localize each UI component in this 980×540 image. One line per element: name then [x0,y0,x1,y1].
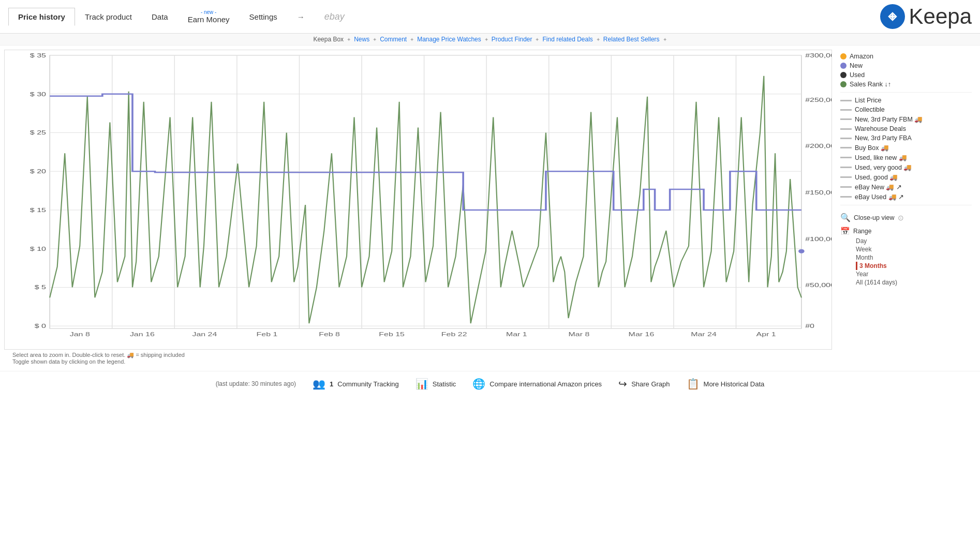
legend-line-collectible [840,109,852,111]
subnav-news[interactable]: News [354,36,369,43]
range-options: Day Week Month 3 Months Year All (1614 d… [856,237,972,287]
legend-line-ebay-new [840,186,852,188]
legend-line-used-very-good [840,167,852,168]
svg-text:$ 25: $ 25 [30,130,47,136]
svg-text:$ 10: $ 10 [30,246,47,252]
tab-settings[interactable]: Settings [240,8,287,26]
keepa-icon [880,4,905,29]
tab-arrow: → [287,8,315,26]
nav-tabs: Price history Track product Data - new -… [8,5,354,28]
main-content: $ 35 $ 30 $ 25 $ 20 $ 15 $ 10 $ 5 $ 0 #3… [0,46,980,371]
legend-used-very-good[interactable]: Used, very good 🚚 [840,162,972,172]
legend-new[interactable]: New [840,61,972,70]
legend-dot-used [840,72,847,78]
tab-track-product[interactable]: Track product [75,8,142,26]
svg-text:$ 5: $ 5 [35,284,47,291]
range-month[interactable]: Month [856,253,972,262]
share-graph-item[interactable]: ↪ Share Graph [618,378,670,390]
svg-text:Apr 1: Apr 1 [756,331,776,337]
more-historical-item[interactable]: 📋 More Historical Data [687,378,765,390]
chart-wrapper: $ 35 $ 30 $ 25 $ 20 $ 15 $ 10 $ 5 $ 0 #3… [4,50,832,367]
legend-buy-box[interactable]: Buy Box 🚚 [840,143,972,153]
history-icon: 📋 [687,378,700,390]
chart-container[interactable]: $ 35 $ 30 $ 25 $ 20 $ 15 $ 10 $ 5 $ 0 #3… [4,50,832,350]
header: Price history Track product Data - new -… [0,0,980,34]
range-day[interactable]: Day [856,237,972,245]
keepa-text: Keepa [909,4,972,29]
search-icon: 🔍 [840,213,851,222]
legend-used-like-new[interactable]: Used, like new 🚚 [840,153,972,162]
legend-amazon[interactable]: Amazon [840,52,972,61]
toggle-icon[interactable]: ⊙ [898,214,904,222]
svg-text:Feb 8: Feb 8 [319,331,340,337]
globe-icon: 🌐 [472,378,485,390]
subnav-product-finder[interactable]: Product Finder [492,36,532,43]
range-3months[interactable]: 3 Months [856,262,972,270]
legend-line-buy-box [840,147,852,148]
range-year[interactable]: Year [856,270,972,278]
svg-text:$ 35: $ 35 [30,52,47,58]
statistic-item[interactable]: 📊 Statistic [415,378,456,390]
tab-data[interactable]: Data [142,8,178,26]
svg-text:#300,000: #300,000 [805,52,831,58]
more-label: More Historical Data [704,380,765,388]
range-week[interactable]: Week [856,245,972,253]
svg-text:Feb 15: Feb 15 [379,331,405,337]
svg-text:#50,000: #50,000 [805,282,831,289]
svg-text:Mar 8: Mar 8 [568,331,589,337]
range-all[interactable]: All (1614 days) [856,278,972,287]
subnav-find-related-deals[interactable]: Find related Deals [542,36,592,43]
legend-new-3p-fbm[interactable]: New, 3rd Party FBM 🚚 [840,114,972,124]
svg-text:$ 20: $ 20 [30,169,47,175]
legend-dot-amazon [840,53,847,59]
legend-line-warehouse [840,128,852,130]
legend-list-price[interactable]: List Price [840,96,972,105]
chart-svg: $ 35 $ 30 $ 25 $ 20 $ 15 $ 10 $ 5 $ 0 #3… [5,50,831,349]
community-count: 1 [330,380,333,388]
svg-text:Feb 1: Feb 1 [257,331,278,337]
legend-ebay-used[interactable]: eBay Used 🚚 ↗ [840,192,972,202]
community-label: Community Tracking [337,380,398,388]
tab-earn-money[interactable]: - new - Earn Money [178,5,240,28]
svg-text:$ 0: $ 0 [35,323,47,329]
keepa-logo: Keepa [880,4,972,29]
svg-text:Mar 1: Mar 1 [506,331,527,337]
tab-ebay[interactable]: ebay [315,7,354,27]
range-section: 📅 Range Day Week Month 3 Months Year All… [840,227,972,287]
last-update-text: (last update: 30 minutes ago) [216,380,296,387]
legend-collectible[interactable]: Collectible [840,105,972,114]
svg-text:$ 30: $ 30 [30,91,47,97]
community-tracking-item[interactable]: 👥 1 Community Tracking [313,378,399,390]
legend-line-used-like-new [840,157,852,158]
legend-used[interactable]: Used [840,70,972,80]
legend-line-new-3p-fbm [840,118,852,120]
share-icon: ↪ [618,378,627,390]
legend-line-ebay-used [840,196,852,198]
svg-text:#100,000: #100,000 [805,236,831,242]
subnav-keepabox: Keepa Box [313,36,344,43]
legend-used-good[interactable]: Used, good 🚚 [840,172,972,182]
svg-text:#200,000: #200,000 [805,143,831,149]
sub-nav: Keepa Box ✦ News ✦ Comment ✦ Manage Pric… [0,34,980,46]
subnav-related-best-sellers[interactable]: Related Best Sellers [603,36,660,43]
subnav-comment[interactable]: Comment [380,36,407,43]
tab-price-history[interactable]: Price history [8,8,75,26]
subnav-manage-price-watches[interactable]: Manage Price Watches [417,36,481,43]
legend-line-new-3p-fba [840,138,852,139]
share-label: Share Graph [631,380,670,388]
legend-sales-rank[interactable]: Sales Rank ↓↑ [840,80,972,89]
svg-text:$ 15: $ 15 [30,207,47,213]
legend-line-list-price [840,100,852,101]
compare-item[interactable]: 🌐 Compare international Amazon prices [472,378,602,390]
legend-ebay-new[interactable]: eBay New 🚚 ↗ [840,182,972,192]
community-icon: 👥 [313,378,325,390]
legend-dot-sales-rank [840,81,847,87]
legend-dot-new [840,63,847,69]
svg-text:Mar 16: Mar 16 [629,331,655,337]
legend-warehouse-deals[interactable]: Warehouse Deals [840,124,972,133]
calendar-icon: 📅 [840,227,850,236]
legend-new-3p-fba[interactable]: New, 3rd Party FBA [840,133,972,143]
closeup-view-row: 🔍 Close-up view ⊙ [840,212,972,223]
svg-text:#250,000: #250,000 [805,97,831,103]
right-panel: Amazon New Used Sales Rank ↓↑ List Pric [836,50,976,367]
